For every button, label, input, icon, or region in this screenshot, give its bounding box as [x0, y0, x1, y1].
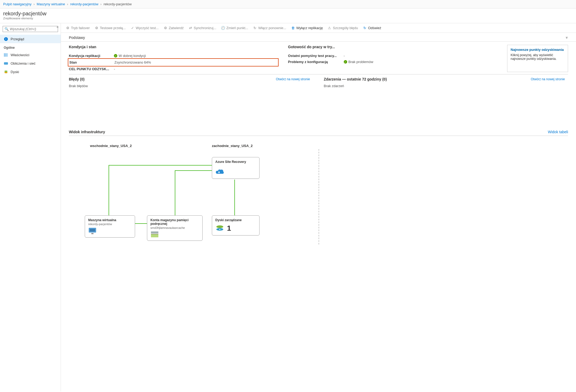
- events-panel: Zdarzenia — ostatnie 72 godziny (0) Otwó…: [313, 74, 568, 93]
- svg-rect-12: [151, 234, 158, 237]
- page-title: rekordy-pacjentów: [3, 11, 573, 17]
- disks-count: 1: [227, 224, 231, 233]
- sidebar: « 🔍 i Przegląd Ogólne Właściwości Oblicz…: [0, 23, 61, 391]
- last-test-value: -: [344, 54, 497, 58]
- rpo-label: CEL PUNKTU ODZYSK...: [69, 67, 114, 71]
- health-column: Kondycja i stan Kondycja replikacji ✓W d…: [69, 45, 278, 72]
- sidebar-item-properties[interactable]: Właściwości: [0, 51, 61, 59]
- errors-panel: Błędy (0) Otwórz na nowej stronie Brak b…: [69, 74, 313, 93]
- connector: [109, 165, 212, 166]
- check-icon: ✓: [131, 26, 135, 30]
- readiness-column: Gotowość do pracy w try... Ostatni pomyś…: [288, 45, 497, 72]
- recovery-points-box[interactable]: Najnowsze punkty odzyskiwania Kliknij po…: [507, 45, 568, 72]
- search-box[interactable]: 🔍: [3, 26, 58, 32]
- node-asr-title: Azure Site Recovery: [215, 160, 256, 164]
- reenable-button[interactable]: ↻Włącz ponownie...: [253, 26, 286, 30]
- last-test-label: Ostatni pomyślny test pracy...: [288, 54, 344, 58]
- label: Włącz ponownie...: [258, 26, 286, 30]
- content: ⚙Tryb failover ⚙Testowe przełą... ✓Wyczy…: [61, 23, 576, 391]
- svg-point-6: [4, 70, 7, 72]
- svg-rect-2: [4, 53, 5, 57]
- node-asr-sub: [215, 164, 256, 167]
- resync-button[interactable]: ⇄Synchronizuj...: [189, 26, 216, 30]
- breadcrumb-current: rekordy-pacjentów: [104, 2, 132, 6]
- svg-rect-4: [7, 53, 7, 57]
- chevron-down-icon[interactable]: »: [565, 37, 569, 39]
- label: Testowe przełą...: [100, 26, 126, 30]
- test-failover-icon: ⚙: [95, 26, 99, 30]
- infra-view-tab[interactable]: Widok infrastruktury: [69, 130, 105, 134]
- refresh-button[interactable]: ↻Odśwież: [363, 26, 381, 30]
- breadcrumb-dashboard[interactable]: Pulpit nawigacyjny: [3, 2, 32, 6]
- sidebar-item-overview[interactable]: i Przegląd: [0, 35, 61, 43]
- page-header: rekordy-pacjentów Zreplikowane elementy: [0, 8, 576, 23]
- svg-rect-13: [151, 234, 158, 234]
- breadcrumb-sep: ›: [33, 2, 36, 6]
- region-left-label: wschodnie_stany_USA_2: [90, 144, 132, 148]
- value-text: Brak problemów: [349, 60, 373, 64]
- vm-icon: [88, 227, 132, 235]
- errors-open-link[interactable]: Otwórz na nowej stronie: [276, 77, 310, 81]
- config-label: Problemy z konfiguracją: [288, 60, 344, 64]
- node-asr[interactable]: Azure Site Recovery: [212, 157, 260, 179]
- essentials-bar[interactable]: Podstawy »: [61, 33, 576, 42]
- panels: Błędy (0) Otwórz na nowej stronie Brak b…: [69, 74, 568, 93]
- sidebar-item-compute[interactable]: Obliczenia i sieć: [0, 59, 61, 68]
- sidebar-item-disks[interactable]: Dyski: [0, 68, 61, 76]
- region-right-label: zachodnie_stany_USA_2: [212, 144, 253, 148]
- config-value: ✓Brak problemów: [344, 60, 497, 64]
- rpo-value: -: [114, 67, 278, 71]
- label: Tryb failover: [71, 26, 90, 30]
- disable-replication-button[interactable]: 🗑Wyłącz replikację: [291, 26, 323, 30]
- breadcrumb: Pulpit nawigacyjny › Maszyny wirtualne ›…: [0, 0, 576, 8]
- status-ok-icon: ✓: [344, 60, 347, 64]
- node-vm-title: Maszyna wirtualna: [88, 218, 132, 222]
- last-test-row: Ostatni pomyślny test pracy... -: [288, 53, 497, 59]
- events-body: Brak zdarzeń: [324, 84, 565, 88]
- events-title: Zdarzenia — ostatnie 72 godziny (0): [324, 77, 387, 81]
- cleanup-test-button[interactable]: ✓Wyczyść test...: [131, 26, 159, 30]
- status-value: Zsynchronizowano 64%: [114, 60, 277, 64]
- change-point-button[interactable]: 🕘Zmień punkt...: [221, 26, 248, 30]
- commit-button[interactable]: ⚙Zatwierdź: [163, 26, 184, 30]
- asr-icon: [215, 169, 256, 176]
- breadcrumb-vms[interactable]: Maszyny wirtualne: [37, 2, 65, 6]
- failover-icon: ⚙: [66, 26, 70, 30]
- collapse-sidebar-icon[interactable]: «: [57, 25, 59, 29]
- label: Zatwierdź: [169, 26, 184, 30]
- error-icon: ⚠: [328, 26, 332, 30]
- status-ok-icon: ✓: [114, 54, 117, 57]
- storage-icon: [150, 231, 199, 238]
- rpo-row: CEL PUNKTU ODZYSK... -: [69, 66, 278, 72]
- svg-rect-3: [5, 53, 6, 57]
- svg-text:i: i: [6, 38, 6, 41]
- test-failover-button[interactable]: ⚙Testowe przełą...: [95, 26, 126, 30]
- sidebar-item-label: Przegląd: [11, 37, 24, 41]
- node-vm[interactable]: Maszyna wirtualna rekordy-pacjentów: [85, 215, 135, 238]
- connector: [234, 180, 235, 218]
- node-disks[interactable]: Dyski zarządzane 1: [212, 215, 260, 235]
- search-input[interactable]: [10, 27, 56, 31]
- table-view-tab[interactable]: Widok tabeli: [548, 130, 568, 134]
- breadcrumb-resource[interactable]: rekordy-pacjentów: [70, 2, 98, 6]
- breadcrumb-sep: ›: [99, 2, 102, 6]
- repl-health-value: ✓W dobrej kondycji: [114, 54, 278, 58]
- errors-title: Błędy (0): [69, 77, 84, 81]
- events-open-link[interactable]: Otwórz na nowej stronie: [531, 77, 565, 81]
- refresh-icon: ↻: [363, 26, 367, 30]
- node-cache[interactable]: Konta magazynu pamięci podręcznej smd3hj…: [147, 215, 203, 241]
- config-row: Problemy z konfiguracją ✓Brak problemów: [288, 59, 497, 65]
- search-icon: 🔍: [5, 27, 9, 31]
- node-vm-sub: rekordy-pacjentów: [88, 222, 132, 226]
- error-details-button[interactable]: ⚠Szczegóły błędu: [328, 26, 358, 30]
- essentials-title: Podstawy: [69, 35, 85, 40]
- reenable-icon: ↻: [253, 26, 257, 30]
- disks-icon: [4, 70, 8, 74]
- infra-diagram: wschodnie_stany_USA_2 zachodnie_stany_US…: [69, 139, 568, 244]
- value-text: W dobrej kondycji: [119, 54, 146, 58]
- recovery-points-title: Najnowsze punkty odzyskiwania: [511, 48, 565, 52]
- failover-button[interactable]: ⚙Tryb failover: [66, 26, 90, 30]
- connector: [175, 170, 175, 218]
- status-label: Stan: [69, 60, 114, 64]
- recovery-points-text: Kliknij powyżej, aby wyświetlić najnowsz…: [511, 53, 565, 61]
